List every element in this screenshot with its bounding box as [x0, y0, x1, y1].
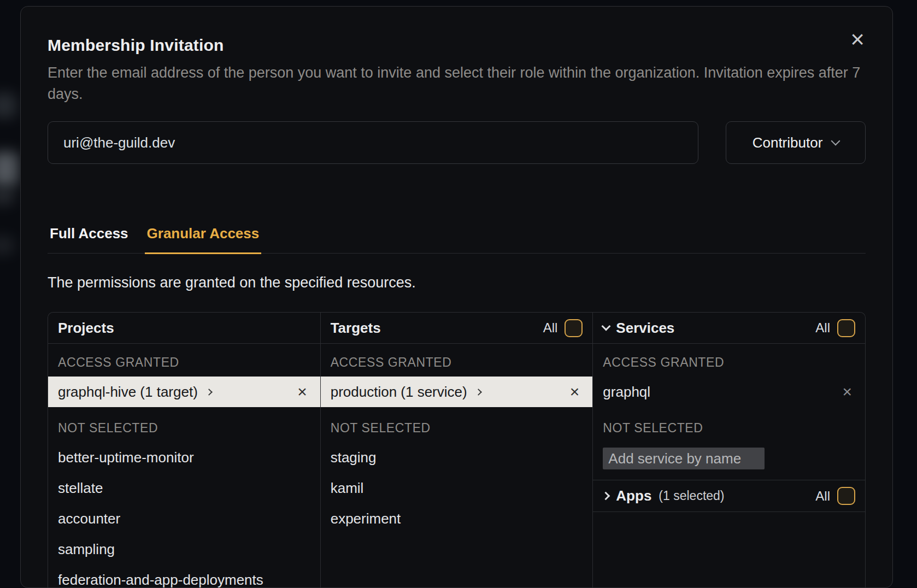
tab-full-access[interactable]: Full Access [48, 225, 131, 254]
background-blur-blob [0, 189, 14, 204]
invite-form-row: Contributor [48, 121, 866, 164]
chevron-down-icon [602, 322, 611, 331]
services-all-toggle[interactable]: All [815, 319, 855, 337]
granted-service-row[interactable]: graphql × [593, 377, 865, 407]
granted-project-label: graphql-hive (1 target) [58, 384, 198, 401]
granted-service-label: graphql [603, 384, 650, 401]
all-label: All [815, 320, 830, 336]
remove-project-icon[interactable]: × [297, 384, 307, 400]
list-item[interactable]: federation-and-app-deployments [48, 565, 320, 588]
list-item[interactable]: better-uptime-monitor [48, 442, 320, 473]
page-title: Membership Invitation [48, 36, 866, 55]
list-item[interactable]: staging [321, 442, 593, 473]
tab-granular-access[interactable]: Granular Access [145, 225, 262, 254]
all-label: All [543, 320, 558, 336]
granted-project-row[interactable]: graphql-hive (1 target) × [48, 377, 320, 407]
background-blur-blob [0, 93, 16, 118]
list-item[interactable]: kamil [321, 473, 593, 503]
projects-header-label: Projects [58, 320, 114, 337]
apps-expander-row[interactable]: Apps (1 selected) All [593, 480, 865, 512]
all-label: All [815, 489, 830, 504]
access-granted-label: ACCESS GRANTED [321, 348, 593, 377]
checkbox-icon[interactable] [837, 487, 855, 505]
services-header-label: Services [616, 320, 674, 337]
projects-column-body: ACCESS GRANTED graphql-hive (1 target) ×… [48, 344, 320, 588]
access-granted-label: ACCESS GRANTED [593, 348, 865, 377]
granted-target-label: production (1 service) [331, 384, 467, 401]
list-item[interactable]: sampling [48, 534, 320, 565]
list-item[interactable]: stellate [48, 473, 320, 503]
not-selected-label: NOT SELECTED [48, 414, 320, 442]
granted-target-row[interactable]: production (1 service) × [321, 377, 593, 407]
add-service-wrap [593, 442, 865, 469]
chevron-right-icon [602, 492, 610, 501]
chevron-right-icon [205, 389, 213, 396]
targets-column: Targets All ACCESS GRANTED production (1… [320, 313, 593, 588]
apps-label: Apps [616, 487, 651, 504]
not-selected-label: NOT SELECTED [593, 414, 865, 442]
chevron-down-icon [831, 137, 840, 146]
resources-table: Projects ACCESS GRANTED graphql-hive (1 … [48, 312, 866, 588]
role-select-value: Contributor [753, 134, 823, 151]
projects-column: Projects ACCESS GRANTED graphql-hive (1 … [48, 313, 320, 588]
remove-target-icon[interactable]: × [570, 384, 580, 400]
projects-column-header: Projects [48, 313, 320, 344]
targets-column-body: ACCESS GRANTED production (1 service) × … [321, 344, 593, 534]
services-column-body: ACCESS GRANTED graphql × NOT SELECTED Ap… [593, 344, 865, 512]
close-icon[interactable]: × [843, 25, 872, 54]
access-granted-label: ACCESS GRANTED [48, 348, 320, 377]
remove-service-icon[interactable]: × [842, 384, 852, 400]
membership-invitation-modal: × Membership Invitation Enter the email … [20, 6, 893, 588]
background-blur-blob [0, 236, 14, 255]
targets-header-label: Targets [331, 320, 381, 337]
background-blur-blob [0, 152, 19, 186]
role-select[interactable]: Contributor [726, 121, 866, 164]
targets-not-selected-list: stagingkamilexperiment [321, 442, 593, 534]
projects-not-selected-list: better-uptime-monitorstellateaccountersa… [48, 442, 320, 588]
checkbox-icon[interactable] [565, 319, 583, 337]
apps-selected-count: (1 selected) [659, 489, 724, 503]
apps-all-toggle[interactable]: All [815, 487, 855, 505]
not-selected-label: NOT SELECTED [321, 414, 593, 442]
checkbox-icon[interactable] [837, 319, 855, 337]
services-column-header[interactable]: Services All [593, 313, 865, 344]
chevron-right-icon [475, 389, 482, 396]
add-service-input[interactable] [603, 448, 765, 469]
email-field[interactable] [48, 121, 698, 164]
list-item[interactable]: experiment [321, 503, 593, 534]
targets-all-toggle[interactable]: All [543, 319, 583, 337]
modal-description: Enter the email address of the person yo… [48, 62, 866, 105]
targets-column-header: Targets All [321, 313, 593, 344]
list-item[interactable]: accounter [48, 503, 320, 534]
access-tabs: Full Access Granular Access [48, 225, 866, 254]
permissions-note: The permissions are granted on the speci… [48, 274, 866, 291]
services-column: Services All ACCESS GRANTED graphql × NO… [592, 313, 865, 588]
